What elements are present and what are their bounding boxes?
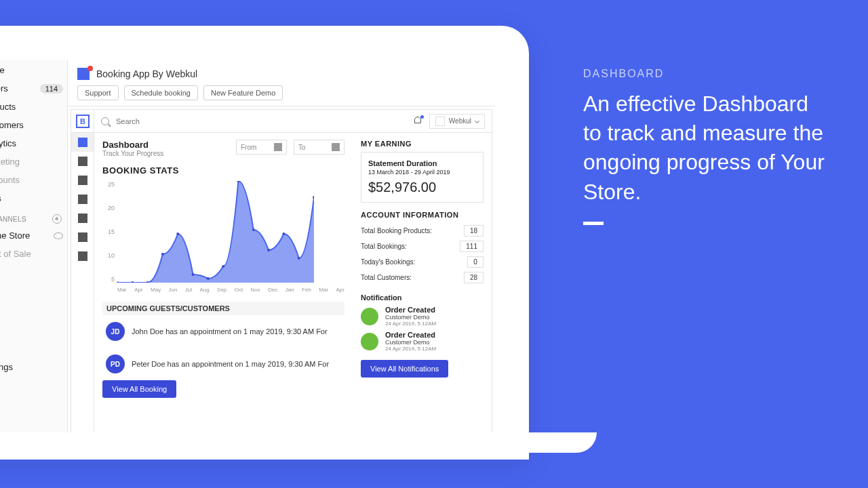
svg-point-1 — [131, 281, 134, 283]
booking-stats-title: BOOKING STATS — [102, 165, 344, 176]
upcoming-guests-title: UPCOMING GUESTS/CUSTOMERS — [102, 302, 344, 315]
view-all-booking-button[interactable]: View All Booking — [102, 380, 176, 398]
nav-marketing[interactable]: Marketing — [0, 152, 67, 171]
date-to[interactable]: To — [294, 140, 344, 155]
orders-badge: 114 — [40, 84, 63, 94]
mini-product-icon[interactable] — [71, 209, 94, 228]
booking-stats-chart: 252015105 MarAprMayJunJulAugSepOctNovDec… — [102, 181, 344, 296]
new-feature-demo-button[interactable]: New Feature Demo — [203, 85, 283, 100]
guest-text: John Doe has an appointment on 1 may 201… — [132, 327, 328, 336]
account-label: Total Customers: — [361, 274, 412, 281]
notification-status-icon — [361, 333, 378, 350]
svg-point-12 — [298, 257, 300, 260]
mini-grid-icon[interactable] — [71, 190, 94, 209]
plus-icon[interactable] — [52, 214, 62, 224]
app-body: B Webkul — [71, 109, 492, 447]
app-title: Booking App By Webkul — [96, 68, 197, 79]
account-row: Total Booking Products:18 — [361, 223, 484, 239]
svg-point-4 — [176, 232, 179, 235]
chevron-down-icon — [475, 119, 479, 123]
calendar-icon — [332, 143, 340, 151]
support-button[interactable]: Support — [77, 85, 119, 100]
search-icon — [101, 117, 109, 125]
page-subtitle: Track Your Progress — [102, 150, 163, 157]
account-value: 18 — [464, 225, 484, 237]
nav-apps[interactable]: Apps — [0, 189, 67, 207]
account-label: Total Bookings: — [361, 243, 407, 250]
svg-point-0 — [117, 281, 119, 283]
nav-customers[interactable]: Customers — [0, 116, 67, 134]
bell-icon[interactable] — [413, 117, 422, 126]
statement-duration-label: Statement Duration — [368, 159, 476, 167]
account-value: 111 — [460, 241, 484, 252]
mini-settings-icon[interactable] — [71, 228, 94, 247]
guest-item[interactable]: JDJohn Doe has an appointment on 1 may 2… — [102, 315, 344, 348]
channels-label: S CHANNELS — [0, 207, 67, 226]
calendar-icon — [274, 143, 282, 151]
svg-point-7 — [222, 265, 224, 268]
user-menu[interactable]: Webkul — [429, 114, 485, 129]
nav-analytics[interactable]: Analytics — [0, 134, 67, 152]
my-earning-title: MY EARNING — [361, 140, 484, 148]
nav-orders[interactable]: Orders114 — [0, 79, 67, 98]
earning-amount: $52,976.00 — [368, 180, 476, 195]
guest-avatar: JD — [106, 322, 125, 341]
svg-point-6 — [207, 277, 210, 280]
notification-date: 24 Apr 2019, 5:12AM — [385, 346, 436, 352]
eye-icon[interactable] — [54, 232, 63, 239]
svg-point-3 — [161, 253, 164, 256]
account-row: Total Customers:28 — [361, 270, 484, 285]
avatar — [435, 117, 445, 126]
earning-box: Statement Duration 13 March 2018 - 29 Ap… — [361, 152, 484, 203]
account-row: Today's Bookings:0 — [361, 254, 484, 270]
notification-subtitle: Customer Demo — [385, 339, 436, 346]
svg-point-10 — [267, 249, 270, 251]
notification-date: 24 Apr 2019, 5:12AM — [385, 321, 436, 327]
promo-panel: DASHBOARD An effective Dashboard to trac… — [583, 68, 827, 225]
account-row: Total Bookings:111 — [361, 239, 484, 254]
main-panel: Webkul Dashboard Track Your Progress — [94, 110, 492, 446]
notification-status-icon — [361, 308, 378, 325]
schedule-booking-button[interactable]: Schedule booking — [124, 85, 198, 100]
account-label: Today's Bookings: — [361, 258, 415, 266]
notification-title: Notification — [361, 293, 484, 302]
svg-point-13 — [313, 196, 314, 199]
device-base — [0, 432, 597, 453]
user-name: Webkul — [449, 117, 471, 125]
svg-point-2 — [146, 281, 149, 283]
mini-calendar-icon[interactable] — [71, 152, 94, 171]
search-input[interactable] — [116, 117, 406, 125]
account-info-title: ACCOUNT INFORMATION — [361, 211, 484, 219]
guest-avatar: PD — [106, 354, 125, 373]
nav-settings[interactable]: Settings — [0, 358, 67, 376]
notification-item[interactable]: Order CreatedCustomer Demo24 Apr 2019, 5… — [361, 306, 484, 327]
nav-discounts[interactable]: Discounts — [0, 171, 67, 189]
nav-products[interactable]: Products — [0, 98, 67, 116]
nav-pos[interactable]: Point of Sale — [0, 245, 67, 263]
statement-dates: 13 March 2018 - 29 April 2019 — [368, 169, 476, 176]
mini-dashboard-icon[interactable] — [71, 133, 94, 152]
promo-line — [583, 222, 604, 225]
app-header: Booking App By Webkul Support Schedule b… — [68, 60, 495, 106]
date-from[interactable]: From — [236, 140, 287, 155]
nav-home[interactable]: Home — [0, 61, 67, 79]
promo-title: An effective Dashboard to track and meas… — [583, 89, 827, 207]
chart-area — [117, 181, 314, 283]
svg-point-11 — [282, 232, 285, 235]
device-frame: Home Orders114 Products Customers Analyt… — [0, 26, 529, 460]
shopify-nav: Home Orders114 Products Customers Analyt… — [0, 60, 68, 449]
mini-logo[interactable]: B — [71, 110, 94, 133]
notification-item[interactable]: Order CreatedCustomer Demo24 Apr 2019, 5… — [361, 331, 484, 352]
nav-online-store[interactable]: Online Store — [0, 226, 67, 245]
mini-list-icon[interactable] — [71, 171, 94, 190]
mini-sidebar: B — [71, 110, 94, 446]
guest-text: Peter Doe has an appointment on 1 may 20… — [132, 360, 329, 368]
notification-subtitle: Customer Demo — [385, 314, 436, 321]
svg-point-5 — [192, 273, 195, 276]
view-all-notifications-button[interactable]: View All Notifications — [361, 360, 448, 378]
mini-other-icon[interactable] — [71, 247, 94, 266]
guest-item[interactable]: PDPeter Doe has an appointment on 1 may … — [102, 348, 344, 380]
account-value: 0 — [467, 256, 484, 268]
notification-title: Order Created — [385, 331, 436, 339]
search-bar: Webkul — [94, 110, 492, 133]
